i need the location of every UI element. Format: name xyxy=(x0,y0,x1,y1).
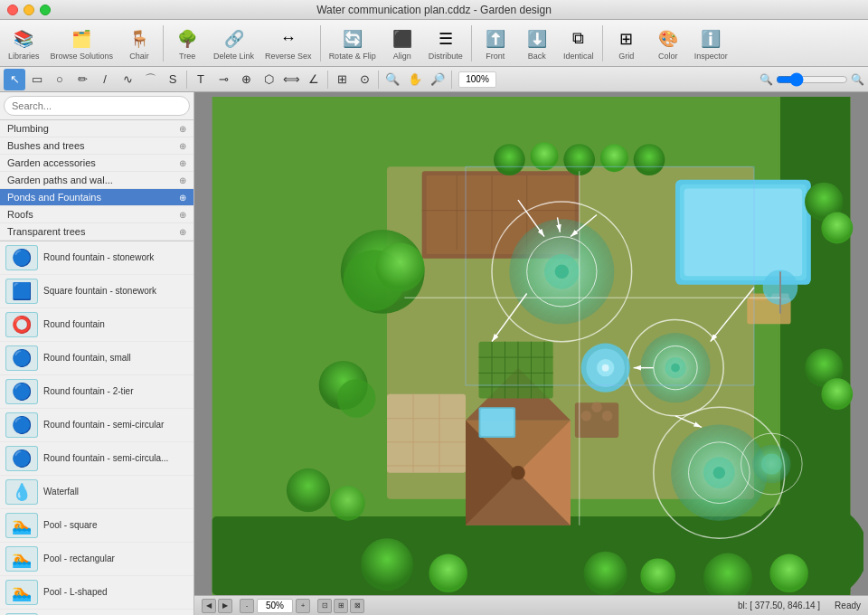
svg-rect-38 xyxy=(480,409,514,436)
view-single[interactable]: ⊡ xyxy=(317,599,332,613)
toolbar-item-grid[interactable]: ⊞ Grid xyxy=(607,23,646,64)
search-input[interactable] xyxy=(4,96,190,116)
toolbar-label-0: Libraries xyxy=(8,52,40,61)
toolbar-item-align[interactable]: ⬛ Align xyxy=(382,23,422,64)
toolbar-item-identical[interactable]: ⧉ Identical xyxy=(559,23,599,64)
svg-point-83 xyxy=(600,144,628,172)
rect-tool[interactable]: ▭ xyxy=(26,69,48,90)
item-label-0: Round fountain - stonework xyxy=(43,252,154,263)
category-list: Plumbing ⊕Bushes and trees ⊕Garden acces… xyxy=(0,120,193,241)
zoom-in-tool[interactable]: 🔍 xyxy=(382,69,403,90)
item-entry-1[interactable]: 🟦 Square fountain - stonework xyxy=(0,275,193,308)
pen-tool[interactable]: ✏ xyxy=(71,69,93,90)
text-tool[interactable]: T xyxy=(190,69,212,90)
curve-tool[interactable]: ∿ xyxy=(117,69,138,90)
item-thumb-6: 🔵 xyxy=(5,446,38,471)
toolbar-item-front[interactable]: ⬆️ Front xyxy=(476,23,515,64)
toolbar-sep-3 xyxy=(163,25,164,62)
toolbar-item-libraries[interactable]: 📚 Libraries xyxy=(4,23,44,64)
toolbar2-sep4 xyxy=(451,71,452,89)
line-tool[interactable]: / xyxy=(94,69,116,90)
angle-tool[interactable]: ∠ xyxy=(303,69,325,90)
snap-tool[interactable]: ⊞ xyxy=(331,69,353,90)
category-label-2: Garden accessories xyxy=(7,157,96,168)
hand-tool[interactable]: ✋ xyxy=(404,69,426,90)
minimize-button[interactable] xyxy=(24,5,34,15)
view-fit[interactable]: ⊠ xyxy=(350,599,364,613)
toolbar-item-browse-solutions[interactable]: 🗂️ Browse Solutions xyxy=(46,23,118,64)
category-expand-icon-0: ⊕ xyxy=(179,124,186,134)
toolbar-item-tree[interactable]: 🌳 Tree xyxy=(167,23,207,64)
toolbar-item-chair[interactable]: 🪑 Chair xyxy=(119,23,159,64)
toolbar-label-12: Grid xyxy=(618,52,634,61)
item-entry-0[interactable]: 🔵 Round fountain - stonework xyxy=(0,241,193,275)
item-label-6: Round fountain - semi-circula... xyxy=(43,453,168,464)
maximize-button[interactable] xyxy=(40,5,51,15)
bezier-tool[interactable]: S xyxy=(162,69,184,90)
zoom-input[interactable] xyxy=(458,71,496,88)
category-item-0[interactable]: Plumbing ⊕ xyxy=(0,120,193,137)
item-entry-5[interactable]: 🔵 Round fountain - semi-circular xyxy=(0,409,193,442)
category-label-5: Roofs xyxy=(7,209,33,220)
dimension-tool[interactable]: ⟺ xyxy=(280,69,302,90)
category-label-3: Garden paths and wal... xyxy=(7,175,113,185)
magnet-tool[interactable]: ⊙ xyxy=(354,69,375,90)
svg-point-91 xyxy=(584,552,627,595)
zoom-minus-btn[interactable]: - xyxy=(240,599,254,613)
zoom-slider[interactable] xyxy=(776,72,848,87)
category-item-6[interactable]: Transparent trees ⊕ xyxy=(0,223,193,241)
close-button[interactable] xyxy=(7,5,18,15)
canvas-area[interactable]: ◀ ▶ - + ⊡ ⊞ ⊠ bl: [ 377.50, 846.14 ] Rea… xyxy=(194,92,868,615)
nav-right-btn[interactable]: ▶ xyxy=(218,599,232,613)
toolbar-item-inspector[interactable]: ℹ️ Inspector xyxy=(690,23,732,64)
toolbar-item-color[interactable]: 🎨 Color xyxy=(648,23,688,64)
svg-point-34 xyxy=(581,411,592,421)
toolbar-item-delete-link[interactable]: 🔗 Delete Link xyxy=(209,23,259,64)
right-zoom-area: 🔍 🔍 xyxy=(760,72,864,87)
toolbar-item-reverse-sex[interactable]: ↔️ Reverse Sex xyxy=(260,23,316,64)
svg-rect-15 xyxy=(684,189,803,277)
item-entry-3[interactable]: 🔵 Round fountain, small xyxy=(0,342,193,375)
shape-tool2[interactable]: ⬡ xyxy=(258,69,279,90)
svg-point-90 xyxy=(429,554,467,593)
item-entry-9[interactable]: 🏊 Pool - rectangular xyxy=(0,543,193,576)
toolbar-sep-9 xyxy=(471,25,472,62)
item-entry-11[interactable]: 🏊 Pool - 2-tier xyxy=(0,610,193,615)
toolbar-label-14: Inspector xyxy=(694,52,728,61)
toolbar-item-rotate-&-flip[interactable]: 🔄 Rotate & Flip xyxy=(325,23,381,64)
category-item-5[interactable]: Roofs ⊕ xyxy=(0,206,193,223)
item-entry-7[interactable]: 💧 Waterfall xyxy=(0,476,193,509)
select-tool[interactable]: ↖ xyxy=(4,69,25,90)
item-label-2: Round fountain xyxy=(43,319,105,330)
view-grid[interactable]: ⊞ xyxy=(334,599,348,613)
toolbar-item-distribute[interactable]: ☰ Distribute xyxy=(424,23,467,64)
item-entry-6[interactable]: 🔵 Round fountain - semi-circula... xyxy=(0,442,193,476)
category-item-2[interactable]: Garden accessories ⊕ xyxy=(0,155,193,172)
item-label-7: Waterfall xyxy=(43,487,79,497)
zoom-plus-btn[interactable]: + xyxy=(296,599,310,613)
item-entry-8[interactable]: 🏊 Pool - square xyxy=(0,509,193,543)
connect-tool[interactable]: ⊸ xyxy=(212,69,234,90)
category-item-4[interactable]: Ponds and Fountains ⊕ xyxy=(0,189,193,206)
toolbar-item-back[interactable]: ⬇️ Back xyxy=(517,23,557,64)
svg-point-79 xyxy=(330,486,365,521)
item-thumb-8: 🏊 xyxy=(5,513,38,538)
item-entry-4[interactable]: 🔵 Round fountain - 2-tier xyxy=(0,375,193,409)
sidebar-search-area xyxy=(0,92,193,120)
category-item-3[interactable]: Garden paths and wal... ⊕ xyxy=(0,172,193,189)
toolbar-icon-0: 📚 xyxy=(11,26,36,52)
zoom-percentage-area xyxy=(458,71,496,88)
polyline-tool[interactable]: ⌒ xyxy=(139,69,161,90)
category-expand-icon-3: ⊕ xyxy=(179,175,186,185)
category-item-1[interactable]: Bushes and trees ⊕ xyxy=(0,137,193,155)
nav-left-btn[interactable]: ◀ xyxy=(202,599,216,613)
toolbar-label-1: Browse Solutions xyxy=(51,52,114,61)
toolbar-label-9: Front xyxy=(486,52,505,61)
item-entry-10[interactable]: 🏊 Pool - L-shaped xyxy=(0,576,193,610)
shape-tool1[interactable]: ⊕ xyxy=(235,69,257,90)
ellipse-tool[interactable]: ○ xyxy=(49,69,71,90)
item-entry-2[interactable]: ⭕ Round fountain xyxy=(0,308,193,342)
toolbar-label-6: Rotate & Flip xyxy=(329,52,376,61)
zoom-out-tool[interactable]: 🔎 xyxy=(427,69,448,90)
zoom-value-input[interactable] xyxy=(257,599,293,613)
